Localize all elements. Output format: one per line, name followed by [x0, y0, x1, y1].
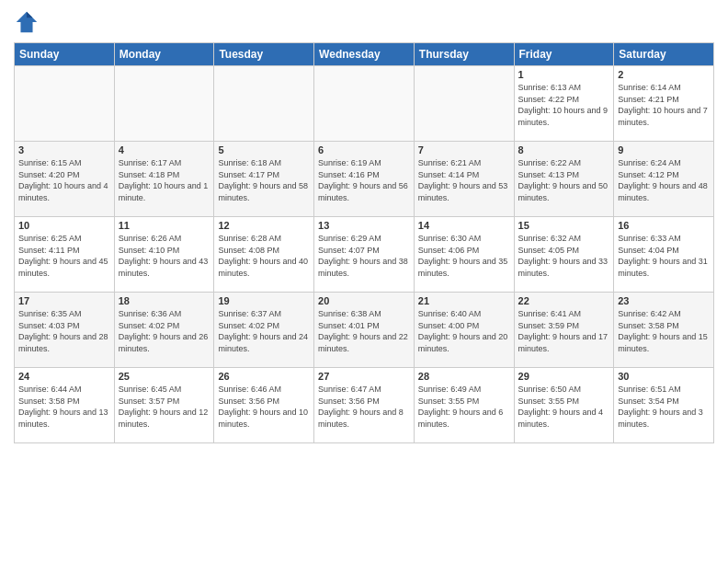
- page-header: [14, 9, 714, 35]
- day-info: Sunrise: 6:30 AM Sunset: 4:06 PM Dayligh…: [418, 233, 510, 279]
- calendar-cell: 17Sunrise: 6:35 AM Sunset: 4:03 PM Dayli…: [15, 293, 115, 368]
- day-number: 6: [318, 144, 410, 155]
- day-number: 25: [119, 371, 210, 382]
- day-number: 21: [418, 295, 510, 306]
- calendar-cell: [314, 66, 415, 142]
- day-number: 30: [618, 371, 710, 382]
- calendar-week-5: 24Sunrise: 6:44 AM Sunset: 3:58 PM Dayli…: [15, 368, 714, 443]
- day-number: 3: [18, 144, 110, 155]
- day-number: 4: [119, 144, 210, 155]
- calendar-week-2: 3Sunrise: 6:15 AM Sunset: 4:20 PM Daylig…: [15, 142, 714, 217]
- day-info: Sunrise: 6:18 AM Sunset: 4:17 PM Dayligh…: [218, 157, 310, 203]
- day-info: Sunrise: 6:51 AM Sunset: 3:54 PM Dayligh…: [618, 384, 710, 430]
- logo-icon: [14, 9, 40, 35]
- day-info: Sunrise: 6:37 AM Sunset: 4:02 PM Dayligh…: [218, 308, 310, 354]
- day-number: 9: [618, 144, 710, 155]
- day-info: Sunrise: 6:29 AM Sunset: 4:07 PM Dayligh…: [318, 233, 410, 279]
- calendar-cell: 13Sunrise: 6:29 AM Sunset: 4:07 PM Dayli…: [314, 217, 415, 293]
- calendar-cell: [414, 66, 514, 142]
- day-number: 18: [119, 295, 210, 306]
- calendar-header-saturday: Saturday: [614, 43, 714, 66]
- calendar-cell: 6Sunrise: 6:19 AM Sunset: 4:16 PM Daylig…: [314, 142, 415, 217]
- day-info: Sunrise: 6:13 AM Sunset: 4:22 PM Dayligh…: [518, 82, 610, 128]
- calendar-header-monday: Monday: [114, 43, 214, 66]
- day-number: 20: [318, 295, 410, 306]
- day-number: 7: [418, 144, 510, 155]
- calendar-cell: 10Sunrise: 6:25 AM Sunset: 4:11 PM Dayli…: [15, 217, 115, 293]
- day-info: Sunrise: 6:28 AM Sunset: 4:08 PM Dayligh…: [218, 233, 310, 279]
- day-info: Sunrise: 6:32 AM Sunset: 4:05 PM Dayligh…: [518, 233, 610, 279]
- calendar-cell: 7Sunrise: 6:21 AM Sunset: 4:14 PM Daylig…: [414, 142, 514, 217]
- page-container: SundayMondayTuesdayWednesdayThursdayFrid…: [0, 0, 728, 453]
- calendar-cell: 4Sunrise: 6:17 AM Sunset: 4:18 PM Daylig…: [114, 142, 214, 217]
- calendar-cell: 8Sunrise: 6:22 AM Sunset: 4:13 PM Daylig…: [514, 142, 614, 217]
- day-number: 11: [119, 220, 210, 231]
- day-number: 27: [318, 371, 410, 382]
- day-info: Sunrise: 6:42 AM Sunset: 3:58 PM Dayligh…: [618, 308, 710, 354]
- calendar-cell: 22Sunrise: 6:41 AM Sunset: 3:59 PM Dayli…: [514, 293, 614, 368]
- calendar-cell: 19Sunrise: 6:37 AM Sunset: 4:02 PM Dayli…: [214, 293, 314, 368]
- calendar-cell: 21Sunrise: 6:40 AM Sunset: 4:00 PM Dayli…: [414, 293, 514, 368]
- day-number: 24: [18, 371, 110, 382]
- day-number: 29: [518, 371, 610, 382]
- day-info: Sunrise: 6:24 AM Sunset: 4:12 PM Dayligh…: [618, 157, 710, 203]
- day-number: 14: [418, 220, 510, 231]
- calendar-cell: 1Sunrise: 6:13 AM Sunset: 4:22 PM Daylig…: [514, 66, 614, 142]
- day-info: Sunrise: 6:19 AM Sunset: 4:16 PM Dayligh…: [318, 157, 410, 203]
- calendar-cell: 18Sunrise: 6:36 AM Sunset: 4:02 PM Dayli…: [114, 293, 214, 368]
- day-number: 28: [418, 371, 510, 382]
- day-info: Sunrise: 6:21 AM Sunset: 4:14 PM Dayligh…: [418, 157, 510, 203]
- calendar-cell: 27Sunrise: 6:47 AM Sunset: 3:56 PM Dayli…: [314, 368, 415, 443]
- calendar-cell: [15, 66, 115, 142]
- day-info: Sunrise: 6:45 AM Sunset: 3:57 PM Dayligh…: [119, 384, 210, 430]
- calendar-cell: 5Sunrise: 6:18 AM Sunset: 4:17 PM Daylig…: [214, 142, 314, 217]
- day-info: Sunrise: 6:44 AM Sunset: 3:58 PM Dayligh…: [18, 384, 110, 430]
- calendar-cell: 9Sunrise: 6:24 AM Sunset: 4:12 PM Daylig…: [614, 142, 714, 217]
- calendar-cell: 16Sunrise: 6:33 AM Sunset: 4:04 PM Dayli…: [614, 217, 714, 293]
- day-number: 1: [518, 69, 610, 80]
- calendar-week-1: 1Sunrise: 6:13 AM Sunset: 4:22 PM Daylig…: [15, 66, 714, 142]
- day-info: Sunrise: 6:17 AM Sunset: 4:18 PM Dayligh…: [119, 157, 210, 203]
- day-number: 8: [518, 144, 610, 155]
- calendar-header-wednesday: Wednesday: [314, 43, 415, 66]
- calendar-cell: [114, 66, 214, 142]
- day-number: 2: [618, 69, 710, 80]
- day-info: Sunrise: 6:25 AM Sunset: 4:11 PM Dayligh…: [18, 233, 110, 279]
- day-number: 10: [18, 220, 110, 231]
- calendar-cell: 11Sunrise: 6:26 AM Sunset: 4:10 PM Dayli…: [114, 217, 214, 293]
- calendar-header-row: SundayMondayTuesdayWednesdayThursdayFrid…: [15, 43, 714, 66]
- day-number: 26: [218, 371, 310, 382]
- day-info: Sunrise: 6:41 AM Sunset: 3:59 PM Dayligh…: [518, 308, 610, 354]
- day-info: Sunrise: 6:36 AM Sunset: 4:02 PM Dayligh…: [119, 308, 210, 354]
- day-number: 16: [618, 220, 710, 231]
- calendar-week-4: 17Sunrise: 6:35 AM Sunset: 4:03 PM Dayli…: [15, 293, 714, 368]
- calendar-cell: 26Sunrise: 6:46 AM Sunset: 3:56 PM Dayli…: [214, 368, 314, 443]
- day-info: Sunrise: 6:50 AM Sunset: 3:55 PM Dayligh…: [518, 384, 610, 430]
- calendar-cell: 14Sunrise: 6:30 AM Sunset: 4:06 PM Dayli…: [414, 217, 514, 293]
- day-number: 5: [218, 144, 310, 155]
- calendar-cell: 24Sunrise: 6:44 AM Sunset: 3:58 PM Dayli…: [15, 368, 115, 443]
- calendar-header-friday: Friday: [514, 43, 614, 66]
- calendar-cell: [214, 66, 314, 142]
- day-number: 17: [18, 295, 110, 306]
- calendar-week-3: 10Sunrise: 6:25 AM Sunset: 4:11 PM Dayli…: [15, 217, 714, 293]
- day-info: Sunrise: 6:33 AM Sunset: 4:04 PM Dayligh…: [618, 233, 710, 279]
- day-info: Sunrise: 6:22 AM Sunset: 4:13 PM Dayligh…: [518, 157, 610, 203]
- calendar-cell: 15Sunrise: 6:32 AM Sunset: 4:05 PM Dayli…: [514, 217, 614, 293]
- logo: [14, 9, 43, 35]
- day-number: 15: [518, 220, 610, 231]
- calendar-cell: 29Sunrise: 6:50 AM Sunset: 3:55 PM Dayli…: [514, 368, 614, 443]
- day-number: 12: [218, 220, 310, 231]
- day-info: Sunrise: 6:38 AM Sunset: 4:01 PM Dayligh…: [318, 308, 410, 354]
- day-info: Sunrise: 6:46 AM Sunset: 3:56 PM Dayligh…: [218, 384, 310, 430]
- calendar-header-tuesday: Tuesday: [214, 43, 314, 66]
- calendar-cell: 12Sunrise: 6:28 AM Sunset: 4:08 PM Dayli…: [214, 217, 314, 293]
- svg-marker-1: [27, 12, 33, 18]
- day-info: Sunrise: 6:49 AM Sunset: 3:55 PM Dayligh…: [418, 384, 510, 430]
- calendar-cell: 23Sunrise: 6:42 AM Sunset: 3:58 PM Dayli…: [614, 293, 714, 368]
- calendar-table: SundayMondayTuesdayWednesdayThursdayFrid…: [14, 42, 714, 443]
- calendar-cell: 30Sunrise: 6:51 AM Sunset: 3:54 PM Dayli…: [614, 368, 714, 443]
- day-number: 23: [618, 295, 710, 306]
- calendar-cell: 25Sunrise: 6:45 AM Sunset: 3:57 PM Dayli…: [114, 368, 214, 443]
- calendar-cell: 28Sunrise: 6:49 AM Sunset: 3:55 PM Dayli…: [414, 368, 514, 443]
